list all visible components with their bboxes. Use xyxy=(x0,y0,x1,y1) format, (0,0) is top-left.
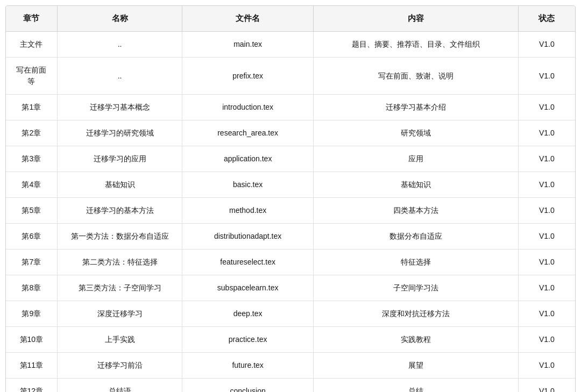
cell-name: 迁移学习的基本方法 xyxy=(57,198,182,224)
cell-name: 迁移学习的研究领域 xyxy=(57,120,182,146)
cell-status: V1.0 xyxy=(518,275,575,301)
cell-name: 深度迁移学习 xyxy=(57,301,182,327)
cell-chapter: 第6章 xyxy=(6,224,57,250)
cell-filename: research_area.tex xyxy=(182,120,313,146)
cell-name: .. xyxy=(57,32,182,58)
table-row: 第6章第一类方法：数据分布自适应distributionadapt.tex数据分… xyxy=(6,224,575,250)
header-chapter: 章节 xyxy=(6,6,57,32)
header-filename: 文件名 xyxy=(182,6,313,32)
table-row: 第4章基础知识basic.tex基础知识V1.0 xyxy=(6,172,575,198)
cell-chapter: 第4章 xyxy=(6,172,57,198)
table-row: 第8章第三类方法：子空间学习subspacelearn.tex子空间学习法V1.… xyxy=(6,275,575,301)
cell-filename: conclusion xyxy=(182,379,313,393)
cell-chapter: 第5章 xyxy=(6,198,57,224)
cell-name: 迁移学习前沿 xyxy=(57,353,182,379)
header-status: 状态 xyxy=(518,6,575,32)
cell-content: 特征选择 xyxy=(313,250,518,275)
cell-status: V1.0 xyxy=(518,224,575,250)
cell-filename: application.tex xyxy=(182,146,313,172)
cell-status: V1.0 xyxy=(518,95,575,120)
table-row: 第1章迁移学习基本概念introduction.tex迁移学习基本介绍V1.0 xyxy=(6,95,575,120)
cell-name: .. xyxy=(57,58,182,95)
cell-content: 展望 xyxy=(313,353,518,379)
cell-content: 四类基本方法 xyxy=(313,198,518,224)
cell-status: V1.0 xyxy=(518,146,575,172)
table-row: 第5章迁移学习的基本方法method.tex四类基本方法V1.0 xyxy=(6,198,575,224)
cell-filename: prefix.tex xyxy=(182,58,313,95)
table-row: 第9章深度迁移学习deep.tex深度和对抗迁移方法V1.0 xyxy=(6,301,575,327)
cell-status: V1.0 xyxy=(518,32,575,58)
table-row: 第10章上手实践practice.tex实践教程V1.0 xyxy=(6,327,575,353)
cell-name: 第一类方法：数据分布自适应 xyxy=(57,224,182,250)
table-row: 第2章迁移学习的研究领域research_area.tex研究领域V1.0 xyxy=(6,120,575,146)
cell-name: 迁移学习基本概念 xyxy=(57,95,182,120)
table-row: 第11章迁移学习前沿future.tex展望V1.0 xyxy=(6,353,575,379)
cell-name: 基础知识 xyxy=(57,172,182,198)
cell-filename: introduction.tex xyxy=(182,95,313,120)
cell-content: 应用 xyxy=(313,146,518,172)
cell-filename: featureselect.tex xyxy=(182,250,313,275)
cell-chapter: 第8章 xyxy=(6,275,57,301)
table-row: 主文件..main.tex题目、摘要、推荐语、目录、文件组织V1.0 xyxy=(6,32,575,58)
cell-content: 题目、摘要、推荐语、目录、文件组织 xyxy=(313,32,518,58)
cell-chapter: 第7章 xyxy=(6,250,57,275)
cell-status: V1.0 xyxy=(518,198,575,224)
cell-filename: subspacelearn.tex xyxy=(182,275,313,301)
table-row: 第3章迁移学习的应用application.tex应用V1.0 xyxy=(6,146,575,172)
cell-content: 研究领域 xyxy=(313,120,518,146)
cell-filename: distributionadapt.tex xyxy=(182,224,313,250)
table-row: 第12章总结语conclusion总结V1.0 xyxy=(6,379,575,393)
main-table-container: 章节 名称 文件名 内容 状态 主文件..main.tex题目、摘要、推荐语、目… xyxy=(5,5,576,392)
cell-name: 第二类方法：特征选择 xyxy=(57,250,182,275)
header-name: 名称 xyxy=(57,6,182,32)
cell-name: 迁移学习的应用 xyxy=(57,146,182,172)
cell-status: V1.0 xyxy=(518,120,575,146)
cell-status: V1.0 xyxy=(518,353,575,379)
cell-content: 总结 xyxy=(313,379,518,393)
header-content: 内容 xyxy=(313,6,518,32)
cell-filename: main.tex xyxy=(182,32,313,58)
cell-chapter: 第10章 xyxy=(6,327,57,353)
table-header-row: 章节 名称 文件名 内容 状态 xyxy=(6,6,575,32)
cell-content: 写在前面、致谢、说明 xyxy=(313,58,518,95)
cell-name: 第三类方法：子空间学习 xyxy=(57,275,182,301)
cell-chapter: 第9章 xyxy=(6,301,57,327)
cell-content: 子空间学习法 xyxy=(313,275,518,301)
cell-content: 深度和对抗迁移方法 xyxy=(313,301,518,327)
cell-chapter: 第12章 xyxy=(6,379,57,393)
table-row: 第7章第二类方法：特征选择featureselect.tex特征选择V1.0 xyxy=(6,250,575,275)
cell-content: 迁移学习基本介绍 xyxy=(313,95,518,120)
cell-chapter: 第1章 xyxy=(6,95,57,120)
cell-status: V1.0 xyxy=(518,250,575,275)
cell-chapter: 第11章 xyxy=(6,353,57,379)
cell-filename: future.tex xyxy=(182,353,313,379)
cell-chapter: 第3章 xyxy=(6,146,57,172)
cell-status: V1.0 xyxy=(518,327,575,353)
cell-filename: deep.tex xyxy=(182,301,313,327)
cell-status: V1.0 xyxy=(518,301,575,327)
cell-content: 数据分布自适应 xyxy=(313,224,518,250)
cell-content: 实践教程 xyxy=(313,327,518,353)
cell-name: 总结语 xyxy=(57,379,182,393)
cell-status: V1.0 xyxy=(518,58,575,95)
chapter-table: 章节 名称 文件名 内容 状态 主文件..main.tex题目、摘要、推荐语、目… xyxy=(6,6,575,392)
cell-content: 基础知识 xyxy=(313,172,518,198)
cell-filename: practice.tex xyxy=(182,327,313,353)
cell-chapter: 写在前面等 xyxy=(6,58,57,95)
cell-name: 上手实践 xyxy=(57,327,182,353)
cell-filename: method.tex xyxy=(182,198,313,224)
table-row: 写在前面等..prefix.tex写在前面、致谢、说明V1.0 xyxy=(6,58,575,95)
cell-status: V1.0 xyxy=(518,172,575,198)
cell-chapter: 第2章 xyxy=(6,120,57,146)
cell-status: V1.0 xyxy=(518,379,575,393)
cell-filename: basic.tex xyxy=(182,172,313,198)
cell-chapter: 主文件 xyxy=(6,32,57,58)
